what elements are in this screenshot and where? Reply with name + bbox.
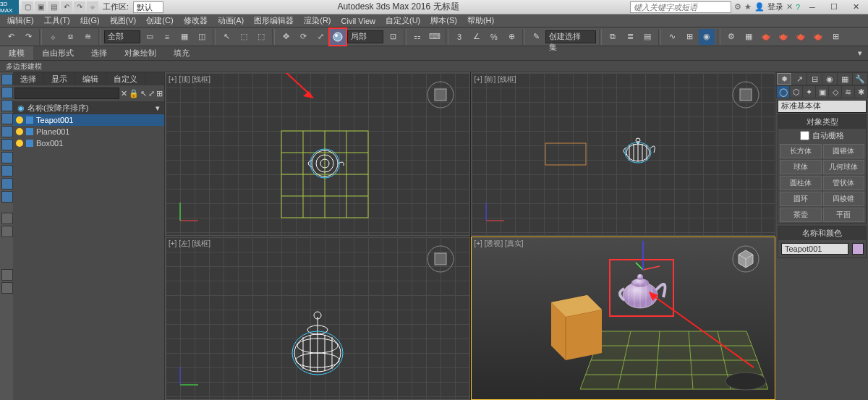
cmd-tab-display-icon[interactable]: ▦ xyxy=(838,73,852,85)
cmd-subtab-helpers-icon[interactable]: ◇ xyxy=(829,86,841,98)
scene-filter-lock-icon[interactable]: 🔒 xyxy=(129,89,139,98)
select-name-icon[interactable]: ≡ xyxy=(159,29,175,45)
redo-icon[interactable]: ↷ xyxy=(20,29,36,45)
render-setup-icon[interactable]: ⚙ xyxy=(723,29,739,45)
move-gizmo[interactable] xyxy=(634,237,663,273)
menu-modifiers[interactable]: 修改器 xyxy=(179,15,212,26)
scene-item-box[interactable]: Box001 xyxy=(13,137,164,149)
named-selection[interactable]: 创建选择集 xyxy=(545,30,596,43)
viewport-left[interactable]: [+] [左] [线框] xyxy=(165,237,470,400)
scene-expand-icon[interactable]: ⤢ xyxy=(148,89,155,98)
object-name-input[interactable] xyxy=(781,243,848,255)
scene-filter-input[interactable] xyxy=(14,88,119,99)
viewcube-icon[interactable] xyxy=(731,80,760,109)
rotate-icon[interactable]: ⟳ xyxy=(295,29,311,45)
menu-edit[interactable]: 编辑(E) xyxy=(3,15,38,26)
rollout-title[interactable]: 对象类型 xyxy=(778,115,866,129)
schematic-icon[interactable]: ⊞ xyxy=(681,29,697,45)
cmd-subtab-lights-icon[interactable]: ✦ xyxy=(803,86,815,98)
mirror-icon[interactable]: ⧉ xyxy=(605,29,621,45)
scene-item-plane[interactable]: Plane001 xyxy=(13,126,164,137)
link-icon[interactable]: ⟐ xyxy=(45,29,61,45)
redo-icon[interactable]: ↷ xyxy=(74,1,85,13)
menu-group[interactable]: 组(G) xyxy=(76,15,104,26)
visibility-icon[interactable] xyxy=(16,116,23,124)
display-container-icon[interactable] xyxy=(1,178,13,190)
menu-rendering[interactable]: 渲染(R) xyxy=(299,15,335,26)
help-icon[interactable]: ? xyxy=(796,3,800,12)
render-active-icon[interactable]: 🫖 xyxy=(793,29,809,45)
link-icon[interactable]: ⟐ xyxy=(87,1,98,13)
scene-filter-close-icon[interactable]: ✕ xyxy=(121,89,127,98)
ribbon-tab-populate[interactable]: 填充 xyxy=(165,46,198,60)
btn-plane[interactable]: 平面 xyxy=(823,208,865,222)
cmd-tab-create-icon[interactable]: ✹ xyxy=(777,73,791,85)
keyboard-icon[interactable]: ⌨ xyxy=(427,29,443,45)
rollout-title-2[interactable]: 名称和颜色 xyxy=(778,226,866,240)
layer-icon[interactable]: ▤ xyxy=(639,29,655,45)
undo-icon[interactable]: ↶ xyxy=(3,29,19,45)
render-preset-icon[interactable]: ⊞ xyxy=(827,29,843,45)
menu-views[interactable]: 视图(V) xyxy=(106,15,141,26)
scene-tab-edit[interactable]: 编辑 xyxy=(75,72,106,85)
login-label[interactable]: 登录 xyxy=(767,1,783,12)
spinner-snap-icon[interactable]: ⊕ xyxy=(503,29,519,45)
display-shapes-icon[interactable] xyxy=(1,100,13,111)
viewport-front[interactable]: [+] [前] [线框] xyxy=(471,72,776,236)
menu-help[interactable]: 帮助(H) xyxy=(463,15,498,26)
render-icon[interactable]: 🫖 xyxy=(758,29,774,45)
workspace-selector[interactable]: 默认 xyxy=(133,1,163,13)
cmd-tab-motion-icon[interactable]: ◉ xyxy=(822,73,837,85)
filter-funnel-icon[interactable] xyxy=(1,269,13,281)
cmd-tab-modify-icon[interactable]: ↗ xyxy=(792,73,807,85)
scene-collapse-icon[interactable]: ⊞ xyxy=(156,89,163,98)
scene-tab-customize[interactable]: 自定义 xyxy=(106,72,145,85)
btn-geosphere[interactable]: 几何球体 xyxy=(823,160,865,174)
cmd-subtab-space-icon[interactable]: ≋ xyxy=(842,86,854,98)
display-bone-icon[interactable] xyxy=(1,165,13,176)
minimize-button[interactable]: ─ xyxy=(803,1,822,14)
move-icon[interactable]: ✥ xyxy=(278,29,294,45)
viewcube-icon[interactable] xyxy=(731,244,760,273)
ribbon-tab-selection[interactable]: 选择 xyxy=(82,46,116,60)
cmd-subtab-systems-icon[interactable]: ✱ xyxy=(855,86,867,98)
scale-icon[interactable]: ⤢ xyxy=(312,29,328,45)
snap-percent-icon[interactable]: % xyxy=(486,29,502,45)
display-all-icon[interactable] xyxy=(1,74,13,85)
btn-cylinder[interactable]: 圆柱体 xyxy=(780,176,822,190)
menu-maxscript[interactable]: 脚本(S) xyxy=(426,15,461,26)
btn-tube[interactable]: 管状体 xyxy=(823,176,865,190)
vp-label-top[interactable]: [+] [顶] [线框] xyxy=(169,75,210,85)
close-button[interactable]: ✕ xyxy=(846,1,865,14)
object-color-swatch[interactable] xyxy=(852,243,864,255)
reference-coord[interactable]: 局部 xyxy=(347,30,383,43)
display-space-icon[interactable] xyxy=(1,152,13,163)
ribbon-tab-object-paint[interactable]: 对象绘制 xyxy=(116,46,165,60)
open-icon[interactable]: ▣ xyxy=(35,1,46,13)
exchange-icon[interactable]: ✕ xyxy=(786,2,793,12)
viewport-perspective[interactable]: [+] [透视] [真实] xyxy=(471,237,776,400)
material-editor-icon[interactable] xyxy=(330,29,346,45)
btn-teapot[interactable]: 茶壶 xyxy=(780,208,822,222)
autogrid-checkbox[interactable] xyxy=(800,131,809,140)
filter-sync-icon[interactable] xyxy=(1,282,13,294)
scene-item-teapot[interactable]: Teapot001 xyxy=(13,114,164,126)
menu-tools[interactable]: 工具(T) xyxy=(40,15,75,26)
visibility-icon[interactable] xyxy=(16,140,23,147)
vp-label-persp[interactable]: [+] [透视] [真实] xyxy=(475,239,524,249)
viewport-top[interactable]: [+] [顶] [线框] xyxy=(165,72,470,236)
filter-frozen-icon[interactable] xyxy=(1,226,13,237)
menu-animation[interactable]: 动画(A) xyxy=(213,15,249,26)
curve-editor-icon[interactable]: ∿ xyxy=(664,29,680,45)
cmd-subtab-shapes-icon[interactable]: ⬡ xyxy=(790,86,802,98)
filter-hidden-icon[interactable] xyxy=(1,213,13,224)
new-icon[interactable]: ▢ xyxy=(22,1,33,13)
select-lasso-icon[interactable]: ⬚ xyxy=(253,29,269,45)
scene-column-header[interactable]: ◉ 名称(按降序排序) ▾ xyxy=(13,101,164,114)
favorite-icon[interactable]: ★ xyxy=(744,2,752,12)
cmd-tab-utilities-icon[interactable]: 🔧 xyxy=(853,73,867,85)
ribbon-toggle-icon[interactable]: ▾ xyxy=(852,46,868,61)
display-lights-icon[interactable] xyxy=(1,113,13,124)
snap-angle-icon[interactable]: ∠ xyxy=(469,29,485,45)
select-icon[interactable]: ▭ xyxy=(142,29,158,45)
